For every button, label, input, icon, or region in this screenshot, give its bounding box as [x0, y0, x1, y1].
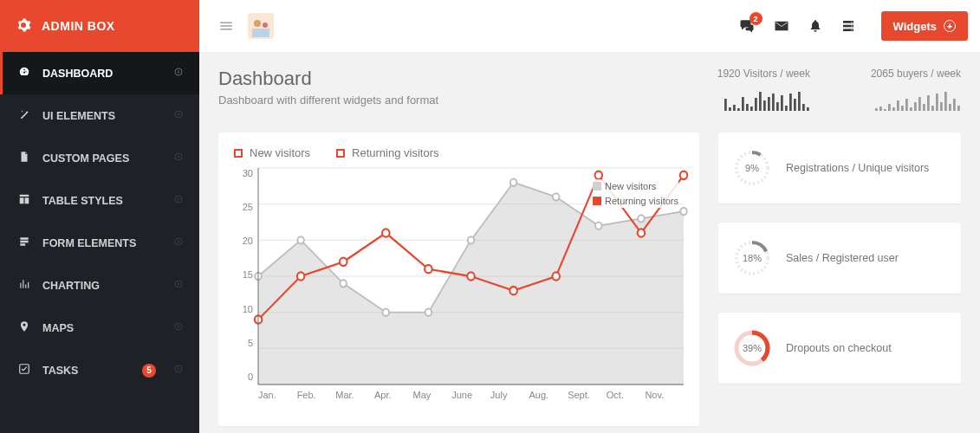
table-icon — [18, 193, 30, 208]
svg-rect-46 — [905, 99, 908, 111]
sidebar-item-label: UI ELEMENTS — [42, 110, 115, 122]
caret-icon — [173, 152, 184, 165]
sidebar: ADMIN BOX DASHBOARD UI ELEMENTS CUSTOM P… — [0, 0, 199, 433]
svg-point-83 — [509, 287, 516, 294]
svg-point-78 — [297, 272, 304, 280]
sidebar-item-dashboard[interactable]: DASHBOARD — [0, 52, 199, 94]
svg-point-0 — [175, 68, 182, 75]
chart-card: New visitors Returning visitors 30252015… — [218, 132, 699, 426]
sparkline-visitors — [724, 85, 810, 111]
svg-rect-42 — [888, 104, 891, 111]
chart-y-axis: 302520151050 — [234, 168, 253, 385]
svg-rect-24 — [746, 104, 749, 111]
svg-rect-30 — [772, 94, 775, 111]
caret-icon — [173, 194, 184, 207]
legend-swatch — [234, 149, 243, 158]
legend-label: New visitors — [250, 146, 310, 159]
chart-x-axis: Jan.Feb.Mar.Apr.MayJuneJulyAug.Sept.Oct.… — [234, 390, 684, 400]
svg-rect-19 — [724, 99, 727, 111]
menu-toggle[interactable] — [218, 18, 234, 34]
svg-rect-31 — [776, 102, 779, 111]
sidebar-item-custom-pages[interactable]: CUSTOM PAGES — [0, 137, 199, 179]
svg-point-75 — [638, 215, 645, 222]
card-sales: 18% Sales / Registered user — [718, 223, 961, 294]
svg-rect-50 — [923, 104, 925, 111]
svg-rect-44 — [897, 100, 899, 111]
svg-point-10 — [254, 20, 261, 27]
svg-rect-38 — [807, 107, 809, 111]
svg-point-73 — [553, 193, 560, 200]
svg-point-72 — [510, 179, 517, 186]
svg-rect-20 — [729, 107, 731, 111]
ring-gauge: 18% — [732, 238, 772, 278]
svg-rect-39 — [875, 108, 878, 111]
page-subtitle: Dashboard with different widgets and for… — [218, 94, 438, 107]
sidebar-item-table-styles[interactable]: TABLE STYLES — [0, 179, 199, 222]
widgets-button[interactable]: Widgets + — [881, 11, 968, 41]
sidebar-nav: DASHBOARD UI ELEMENTS CUSTOM PAGES TABLE… — [0, 52, 199, 433]
svg-point-74 — [595, 223, 602, 229]
sidebar-item-label: TASKS — [42, 365, 78, 377]
svg-rect-49 — [918, 97, 921, 111]
svg-rect-37 — [802, 104, 805, 111]
stat-visitors: 1920 Visitors / week — [717, 68, 810, 113]
plus-icon: + — [944, 20, 956, 32]
pct-label: 9% — [745, 163, 759, 173]
legend-label: Returning visitors — [605, 194, 678, 209]
sidebar-item-charting[interactable]: CHARTING — [0, 264, 199, 307]
svg-rect-27 — [759, 92, 762, 111]
svg-rect-57 — [953, 99, 956, 111]
sidebar-item-ui-elements[interactable]: UI ELEMENTS — [0, 94, 199, 137]
sidebar-item-tasks[interactable]: TASKS 5 — [0, 349, 199, 391]
svg-rect-54 — [940, 102, 943, 111]
svg-point-70 — [425, 309, 432, 316]
card-label: Sales / Registered user — [786, 251, 899, 266]
caret-icon — [173, 236, 184, 249]
legend-swatch — [593, 182, 601, 191]
svg-rect-23 — [742, 97, 744, 111]
svg-rect-48 — [914, 102, 917, 111]
svg-point-82 — [467, 272, 474, 280]
brand[interactable]: ADMIN BOX — [0, 0, 199, 52]
svg-rect-25 — [750, 107, 753, 111]
sidebar-item-maps[interactable]: MAPS — [0, 307, 199, 349]
svg-rect-51 — [927, 95, 930, 111]
bell-icon[interactable] — [808, 18, 822, 34]
svg-point-17 — [851, 25, 852, 26]
svg-point-8 — [175, 365, 182, 372]
svg-point-3 — [175, 196, 182, 203]
svg-rect-56 — [949, 104, 951, 111]
caret-icon — [173, 364, 184, 377]
svg-rect-52 — [931, 106, 934, 111]
svg-rect-43 — [892, 107, 895, 111]
form-icon — [18, 236, 30, 250]
card-dropouts: 39% Dropouts on checkout — [718, 313, 961, 384]
svg-point-6 — [175, 323, 182, 330]
sidebar-item-label: TABLE STYLES — [42, 195, 123, 207]
svg-point-18 — [851, 29, 852, 30]
card-label: Dropouts on checkout — [786, 341, 892, 356]
check-icon — [18, 363, 30, 378]
brand-name: ADMIN BOX — [42, 19, 115, 33]
sidebar-item-form-elements[interactable]: FORM ELEMENTS — [0, 222, 199, 264]
mail-icon[interactable] — [774, 18, 789, 34]
svg-point-1 — [175, 111, 182, 118]
svg-rect-32 — [781, 95, 783, 111]
svg-point-79 — [340, 258, 347, 266]
server-icon[interactable] — [841, 18, 855, 34]
sidebar-item-label: CHARTING — [42, 280, 100, 292]
sidebar-item-label: FORM ELEMENTS — [42, 237, 136, 249]
sidebar-item-label: CUSTOM PAGES — [42, 152, 129, 165]
svg-point-81 — [425, 265, 432, 273]
avatar[interactable] — [248, 13, 274, 39]
svg-rect-26 — [755, 98, 757, 111]
ring-gauge: 9% — [732, 148, 772, 188]
svg-rect-58 — [957, 106, 960, 111]
stat-label: 2065 buyers / week — [871, 68, 961, 80]
chart-inner-legend: New visitors Returning visitors — [593, 179, 678, 208]
svg-point-80 — [382, 229, 389, 236]
svg-rect-41 — [884, 109, 886, 111]
chat-icon[interactable]: 2 — [739, 18, 755, 34]
card-registrations: 9% Registrations / Unique visitors — [718, 132, 961, 204]
svg-point-5 — [175, 281, 182, 288]
